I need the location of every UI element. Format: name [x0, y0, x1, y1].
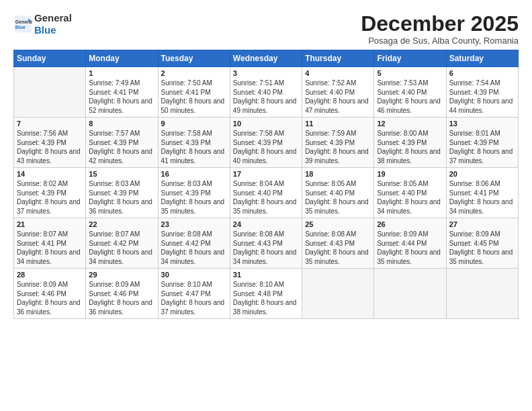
calendar-cell: 6Sunrise: 7:54 AM Sunset: 4:39 PM Daylig…	[446, 67, 518, 118]
day-info: Sunrise: 8:06 AM Sunset: 4:41 PM Dayligh…	[449, 179, 515, 216]
calendar-cell: 4Sunrise: 7:52 AM Sunset: 4:40 PM Daylig…	[302, 67, 374, 118]
day-number: 7	[17, 120, 83, 128]
week-row-1: 1Sunrise: 7:49 AM Sunset: 4:41 PM Daylig…	[14, 67, 519, 118]
day-info: Sunrise: 7:59 AM Sunset: 4:39 PM Dayligh…	[305, 129, 371, 165]
calendar-cell: 10Sunrise: 7:58 AM Sunset: 4:39 PM Dayli…	[230, 118, 302, 168]
day-number: 5	[377, 69, 443, 77]
calendar-cell: 7Sunrise: 7:56 AM Sunset: 4:39 PM Daylig…	[14, 118, 86, 168]
calendar-cell: 22Sunrise: 8:07 AM Sunset: 4:42 PM Dayli…	[86, 218, 158, 269]
calendar-cell	[14, 67, 86, 118]
day-number: 11	[305, 120, 371, 128]
day-info: Sunrise: 7:58 AM Sunset: 4:39 PM Dayligh…	[161, 129, 227, 165]
day-number: 19	[377, 170, 443, 178]
logo: General Blue General Blue	[13, 12, 72, 36]
calendar-cell: 26Sunrise: 8:09 AM Sunset: 4:44 PM Dayli…	[374, 218, 446, 269]
weekday-header-wednesday: Wednesday	[230, 50, 302, 67]
day-number: 24	[233, 220, 299, 228]
calendar-cell: 11Sunrise: 7:59 AM Sunset: 4:39 PM Dayli…	[302, 118, 374, 168]
day-info: Sunrise: 8:03 AM Sunset: 4:39 PM Dayligh…	[161, 179, 227, 216]
calendar-cell: 25Sunrise: 8:08 AM Sunset: 4:43 PM Dayli…	[302, 218, 374, 269]
day-info: Sunrise: 8:04 AM Sunset: 4:40 PM Dayligh…	[233, 179, 299, 216]
weekday-header-friday: Friday	[374, 50, 446, 67]
calendar-cell: 20Sunrise: 8:06 AM Sunset: 4:41 PM Dayli…	[446, 168, 518, 218]
day-info: Sunrise: 8:07 AM Sunset: 4:42 PM Dayligh…	[89, 230, 154, 266]
day-info: Sunrise: 8:05 AM Sunset: 4:40 PM Dayligh…	[377, 179, 443, 216]
svg-rect-0	[14, 15, 31, 32]
calendar-cell: 27Sunrise: 8:09 AM Sunset: 4:45 PM Dayli…	[446, 218, 518, 269]
weekday-header-thursday: Thursday	[302, 50, 374, 67]
day-info: Sunrise: 8:08 AM Sunset: 4:43 PM Dayligh…	[233, 230, 299, 266]
location: Posaga de Sus, Alba County, Romania	[361, 36, 519, 46]
week-row-3: 14Sunrise: 8:02 AM Sunset: 4:39 PM Dayli…	[14, 168, 519, 218]
day-number: 26	[377, 220, 443, 228]
day-info: Sunrise: 8:03 AM Sunset: 4:39 PM Dayligh…	[89, 179, 154, 216]
day-info: Sunrise: 7:52 AM Sunset: 4:40 PM Dayligh…	[305, 79, 371, 115]
day-info: Sunrise: 8:01 AM Sunset: 4:39 PM Dayligh…	[449, 129, 515, 165]
calendar: SundayMondayTuesdayWednesdayThursdayFrid…	[13, 50, 519, 319]
calendar-cell: 13Sunrise: 8:01 AM Sunset: 4:39 PM Dayli…	[446, 118, 518, 168]
calendar-cell: 19Sunrise: 8:05 AM Sunset: 4:40 PM Dayli…	[374, 168, 446, 218]
day-number: 10	[233, 120, 299, 128]
day-info: Sunrise: 7:56 AM Sunset: 4:39 PM Dayligh…	[17, 129, 83, 165]
week-row-5: 28Sunrise: 8:09 AM Sunset: 4:46 PM Dayli…	[14, 269, 519, 319]
logo-general: General	[34, 12, 72, 24]
calendar-cell	[302, 269, 374, 319]
day-number: 1	[89, 69, 154, 77]
calendar-cell: 31Sunrise: 8:10 AM Sunset: 4:48 PM Dayli…	[230, 269, 302, 319]
calendar-cell: 15Sunrise: 8:03 AM Sunset: 4:39 PM Dayli…	[86, 168, 158, 218]
day-number: 4	[305, 69, 371, 77]
day-number: 14	[17, 170, 83, 178]
calendar-cell: 24Sunrise: 8:08 AM Sunset: 4:43 PM Dayli…	[230, 218, 302, 269]
day-info: Sunrise: 8:09 AM Sunset: 4:46 PM Dayligh…	[89, 280, 154, 316]
day-info: Sunrise: 8:09 AM Sunset: 4:45 PM Dayligh…	[449, 230, 515, 266]
calendar-cell: 14Sunrise: 8:02 AM Sunset: 4:39 PM Dayli…	[14, 168, 86, 218]
weekday-header-sunday: Sunday	[14, 50, 86, 67]
day-number: 8	[89, 120, 154, 128]
day-number: 15	[89, 170, 154, 178]
day-info: Sunrise: 8:02 AM Sunset: 4:39 PM Dayligh…	[17, 179, 83, 216]
day-info: Sunrise: 8:08 AM Sunset: 4:42 PM Dayligh…	[161, 230, 227, 266]
day-info: Sunrise: 8:10 AM Sunset: 4:47 PM Dayligh…	[161, 280, 227, 316]
day-number: 16	[161, 170, 227, 178]
day-info: Sunrise: 7:58 AM Sunset: 4:39 PM Dayligh…	[233, 129, 299, 165]
day-info: Sunrise: 7:57 AM Sunset: 4:39 PM Dayligh…	[89, 129, 154, 165]
day-info: Sunrise: 7:54 AM Sunset: 4:39 PM Dayligh…	[449, 79, 515, 115]
weekday-header-saturday: Saturday	[446, 50, 518, 67]
day-number: 20	[449, 170, 515, 178]
logo-icon: General Blue	[13, 15, 32, 34]
day-info: Sunrise: 7:51 AM Sunset: 4:40 PM Dayligh…	[233, 79, 299, 115]
day-info: Sunrise: 7:50 AM Sunset: 4:41 PM Dayligh…	[161, 79, 227, 115]
calendar-cell: 5Sunrise: 7:53 AM Sunset: 4:40 PM Daylig…	[374, 67, 446, 118]
day-number: 25	[305, 220, 371, 228]
day-number: 28	[17, 271, 83, 279]
day-number: 29	[89, 271, 154, 279]
month-title: December 2025	[361, 12, 519, 36]
calendar-cell: 23Sunrise: 8:08 AM Sunset: 4:42 PM Dayli…	[158, 218, 230, 269]
day-info: Sunrise: 8:10 AM Sunset: 4:48 PM Dayligh…	[233, 280, 299, 316]
svg-text:Blue: Blue	[15, 25, 26, 30]
day-info: Sunrise: 8:08 AM Sunset: 4:43 PM Dayligh…	[305, 230, 371, 266]
weekday-header-row: SundayMondayTuesdayWednesdayThursdayFrid…	[14, 50, 519, 67]
logo-text: General Blue	[34, 12, 72, 36]
day-number: 23	[161, 220, 227, 228]
calendar-cell: 1Sunrise: 7:49 AM Sunset: 4:41 PM Daylig…	[86, 67, 158, 118]
week-row-2: 7Sunrise: 7:56 AM Sunset: 4:39 PM Daylig…	[14, 118, 519, 168]
day-info: Sunrise: 8:07 AM Sunset: 4:41 PM Dayligh…	[17, 230, 83, 266]
day-number: 21	[17, 220, 83, 228]
calendar-cell: 29Sunrise: 8:09 AM Sunset: 4:46 PM Dayli…	[86, 269, 158, 319]
day-number: 31	[233, 271, 299, 279]
day-number: 30	[161, 271, 227, 279]
day-number: 12	[377, 120, 443, 128]
calendar-cell	[374, 269, 446, 319]
day-info: Sunrise: 7:49 AM Sunset: 4:41 PM Dayligh…	[89, 79, 154, 115]
day-number: 9	[161, 120, 227, 128]
title-block: December 2025 Posaga de Sus, Alba County…	[361, 12, 519, 46]
calendar-cell: 16Sunrise: 8:03 AM Sunset: 4:39 PM Dayli…	[158, 168, 230, 218]
calendar-cell: 9Sunrise: 7:58 AM Sunset: 4:39 PM Daylig…	[158, 118, 230, 168]
day-info: Sunrise: 8:05 AM Sunset: 4:40 PM Dayligh…	[305, 179, 371, 216]
day-number: 13	[449, 120, 515, 128]
day-number: 18	[305, 170, 371, 178]
day-info: Sunrise: 8:00 AM Sunset: 4:39 PM Dayligh…	[377, 129, 443, 165]
calendar-cell: 12Sunrise: 8:00 AM Sunset: 4:39 PM Dayli…	[374, 118, 446, 168]
day-number: 17	[233, 170, 299, 178]
